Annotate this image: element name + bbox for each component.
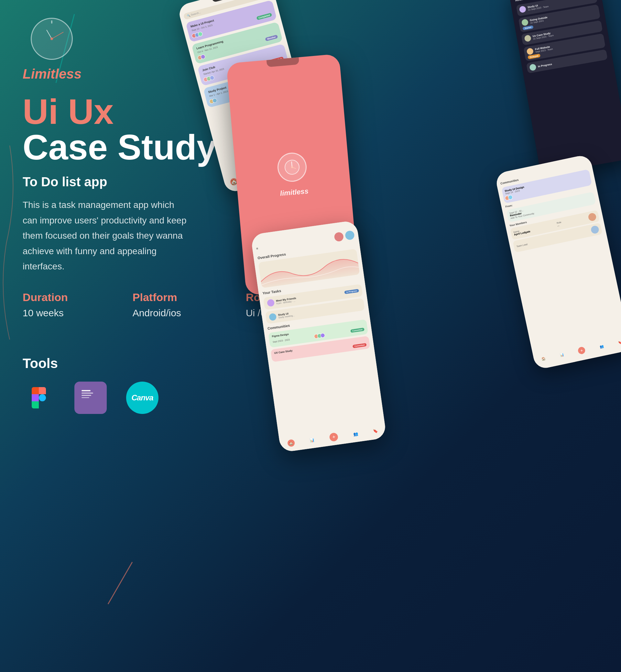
- subtitle: To Do list app: [23, 175, 107, 189]
- phone-notifications: Notifications Study UI 22 Sept 2023 · Te…: [508, 0, 621, 175]
- brand-name: Limitless: [23, 66, 82, 82]
- curve-decoration: [0, 145, 18, 340]
- clock-decoration: [31, 18, 73, 60]
- title-line1: Ui Ux: [23, 94, 114, 129]
- svg-rect-4: [82, 397, 89, 398]
- description: This is a task management app which can …: [23, 197, 188, 274]
- platform-value: Android/ios: [133, 307, 181, 319]
- tools-row: Canva: [23, 382, 159, 414]
- duration-value: 10 weeks: [23, 307, 68, 319]
- info-platform: Platform Android/ios: [133, 291, 181, 319]
- decorative-line-2: [108, 562, 133, 604]
- svg-rect-3: [82, 395, 91, 396]
- notion-icon: [74, 382, 107, 414]
- tools-title: Tools: [23, 356, 58, 371]
- phone-community: Communities Study UI Design Sept 14 - 20…: [495, 154, 621, 370]
- canva-icon: Canva: [126, 382, 159, 414]
- duration-label: Duration: [23, 291, 68, 304]
- info-duration: Duration 10 weeks: [23, 291, 68, 319]
- phone-dashboard: ≡ Overall Progress: [250, 220, 386, 452]
- svg-rect-2: [82, 392, 93, 393]
- platform-label: Platform: [133, 291, 181, 304]
- title-line2: Case Study: [23, 129, 216, 165]
- splash-brand: limitless: [280, 187, 309, 198]
- figma-icon: [23, 382, 55, 414]
- phones-area: 🔍 Search... Make a UI Project Sept 10 - …: [201, 0, 621, 672]
- svg-rect-0: [79, 386, 95, 403]
- svg-rect-1: [82, 390, 91, 391]
